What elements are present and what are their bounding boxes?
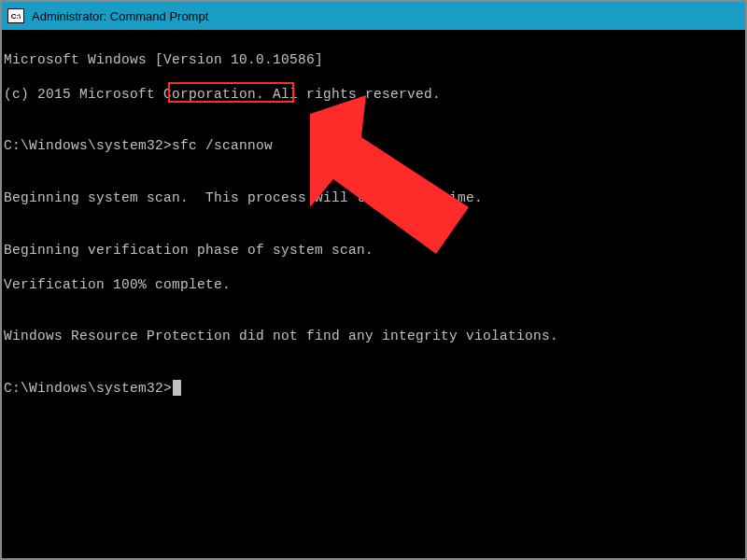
prompt-line: C:\Windows\system32>: [4, 380, 743, 398]
output-line: Verification 100% complete.: [4, 276, 743, 294]
terminal-area[interactable]: Microsoft Windows [Version 10.0.10586] (…: [2, 30, 745, 558]
prompt-path: C:\Windows\system32>: [4, 381, 172, 396]
output-line: Beginning system scan. This process will…: [4, 189, 743, 207]
prompt-line: C:\Windows\system32>sfc /scannow: [4, 137, 743, 155]
prompt-path: C:\Windows\system32>: [4, 138, 172, 153]
prompt-command: sfc /scannow: [172, 138, 273, 153]
window-title: Administrator: Command Prompt: [32, 9, 208, 23]
output-line: Microsoft Windows [Version 10.0.10586]: [4, 51, 743, 69]
output-line: (c) 2015 Microsoft Corporation. All righ…: [4, 86, 743, 104]
output-line: Windows Resource Protection did not find…: [4, 328, 743, 345]
cmd-icon: C:\: [7, 8, 24, 23]
cursor: [173, 380, 181, 396]
window-titlebar[interactable]: C:\ Administrator: Command Prompt: [2, 2, 745, 30]
svg-marker-0: [310, 95, 469, 254]
output-line: Beginning verification phase of system s…: [4, 242, 743, 259]
